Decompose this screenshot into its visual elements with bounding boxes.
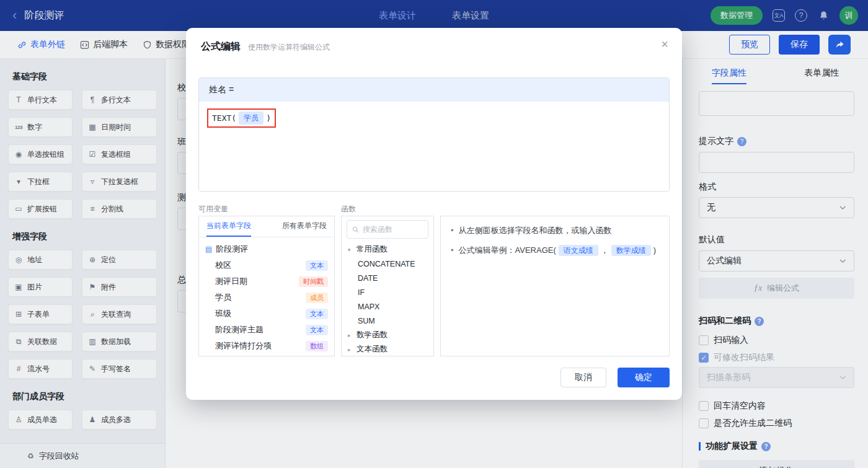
variable-type-tag: 成员 <box>306 293 328 303</box>
formula-function-text: TEXT( <box>212 113 236 123</box>
variables-panel: 当前表单字段 所有表单字段 ▤ 阶段测评 校区文本 测评日期时间戳 学员成员 班… <box>198 216 335 356</box>
close-icon[interactable]: × <box>661 38 668 50</box>
variable-item[interactable]: 测评详情打分项数组 <box>199 338 334 354</box>
variables-label: 可用变量 <box>198 204 228 214</box>
variable-name: 班级 <box>215 308 231 319</box>
modal-title: 公式编辑 <box>201 40 241 53</box>
function-item[interactable]: CONCATENATE <box>342 257 433 271</box>
tip-item: •从左侧面板选择字段名和函数，或输入函数 <box>451 224 659 237</box>
variable-item[interactable]: 校区文本 <box>199 257 334 273</box>
example-field-chip: 数学成绩 <box>611 245 651 256</box>
chevron-right-icon: ▸ <box>348 347 353 353</box>
confirm-button[interactable]: 确定 <box>618 368 670 387</box>
variable-name: 学员 <box>215 292 231 303</box>
function-search[interactable] <box>347 220 428 239</box>
variable-type-tag: 文本 <box>306 325 328 335</box>
example-field-chip: 语文成绩 <box>559 245 598 256</box>
functions-panel: ▾常用函数 CONCATENATE DATE IF MAPX SUM ▸数学函数… <box>341 216 434 356</box>
variable-name: 测评详情打分项 <box>215 340 272 351</box>
formula-close-paren: ) <box>266 113 271 123</box>
chevron-right-icon: ▸ <box>348 332 353 338</box>
form-doc-icon: ▤ <box>205 245 212 254</box>
formula-target: 姓名 = <box>199 78 669 102</box>
search-icon <box>352 226 359 234</box>
variable-type-tag: 时间戳 <box>299 276 328 287</box>
variable-name: 校区 <box>215 260 231 271</box>
formula-input-area[interactable]: TEXT( 学员 ) <box>199 102 669 191</box>
variable-item[interactable]: 阶段测评主题文本 <box>199 322 334 338</box>
form-root-node[interactable]: ▤ 阶段测评 <box>199 241 334 257</box>
tab-current-form-fields[interactable]: 当前表单字段 <box>206 216 251 237</box>
formula-editor: 姓名 = TEXT( 学员 ) <box>198 77 670 192</box>
tips-panel: •从左侧面板选择字段名和函数，或输入函数 •公式编辑举例：AVERAGE(语文成… <box>440 216 670 356</box>
tip-item: •公式编辑举例：AVERAGE(语文成绩，数学成绩) <box>451 244 659 257</box>
function-group-math[interactable]: ▸数学函数 <box>342 328 433 342</box>
function-item[interactable]: MAPX <box>342 299 433 314</box>
variable-item[interactable]: 班级文本 <box>199 306 334 322</box>
variable-type-tag: 文本 <box>306 260 328 271</box>
variable-item[interactable]: 学员成员 <box>199 289 334 306</box>
formula-edit-modal: 公式编辑 使用数学运算符编辑公式 × 姓名 = TEXT( 学员 ) 可用变量 … <box>186 28 682 400</box>
variable-name: 阶段测评主题 <box>215 324 264 335</box>
function-group-text[interactable]: ▸文本函数 <box>342 342 433 356</box>
function-item[interactable]: DATE <box>342 271 433 285</box>
variable-name: 测评日期 <box>215 276 247 287</box>
formula-error-highlight: TEXT( 学员 ) <box>207 108 276 128</box>
functions-label: 函数 <box>341 204 356 214</box>
cancel-button[interactable]: 取消 <box>560 368 606 387</box>
chevron-down-icon: ▾ <box>348 247 353 253</box>
bullet-icon: • <box>451 245 454 255</box>
variable-type-tag: 文本 <box>306 309 328 319</box>
field-chip[interactable]: 学员 <box>239 112 264 125</box>
function-search-input[interactable] <box>363 225 423 234</box>
tab-all-form-fields[interactable]: 所有表单字段 <box>282 216 327 237</box>
function-group-common[interactable]: ▾常用函数 <box>342 242 433 257</box>
modal-subtitle: 使用数学运算符编辑公式 <box>248 42 330 53</box>
variable-type-tag: 数组 <box>306 341 328 351</box>
function-item[interactable]: SUM <box>342 314 433 328</box>
variable-item[interactable]: 测评日期时间戳 <box>199 273 334 289</box>
function-item[interactable]: IF <box>342 285 433 299</box>
bullet-icon: • <box>451 226 454 235</box>
